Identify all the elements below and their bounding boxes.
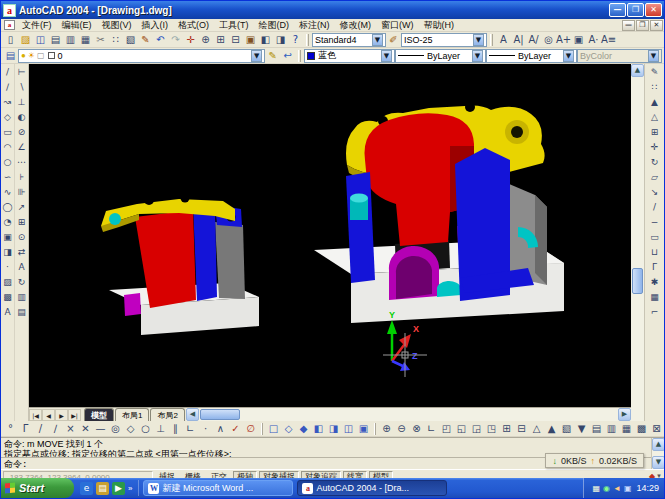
array-icon[interactable]: ⊞ [648, 125, 661, 140]
clock[interactable]: 14:29 [634, 483, 659, 493]
color-combo[interactable]: 蓝色▼ [304, 49, 395, 63]
tool-palettes-icon[interactable]: ▣ [243, 33, 258, 47]
undo-icon[interactable]: ↶ [153, 33, 168, 47]
horizontal-scrollbar[interactable]: ◀ ▶ [186, 408, 631, 421]
desktop-icon[interactable]: ▤ [96, 482, 109, 495]
offset-faces-icon[interactable]: ◱ [454, 422, 469, 436]
doc-close-button[interactable]: ✕ [650, 20, 663, 31]
union-icon[interactable]: ⊕ [379, 422, 394, 436]
polyline-icon[interactable]: ↝ [1, 95, 14, 110]
shell-icon[interactable]: ▦ [619, 422, 634, 436]
pan-icon[interactable]: ✛ [183, 33, 198, 47]
rectangle-icon[interactable]: ▭ [1, 125, 14, 140]
menu-item-10[interactable]: 帮助(H) [419, 19, 460, 32]
extend-icon[interactable]: − [648, 215, 661, 230]
new-file-icon[interactable]: ▯ [3, 33, 18, 47]
hatch-icon[interactable]: ▨ [1, 275, 14, 290]
linear-dimension-icon[interactable]: ⊢ [15, 65, 28, 80]
quick-leader-icon[interactable]: ↗ [15, 200, 28, 215]
taper-faces-icon[interactable]: ⊞ [499, 422, 514, 436]
messenger-tray-icon[interactable]: ◉ [603, 484, 610, 493]
menu-item-2[interactable]: 视图(V) [97, 19, 137, 32]
flat-shaded-edges-icon[interactable]: ◫ [341, 422, 356, 436]
plot-icon[interactable]: ▤ [48, 33, 63, 47]
tab-model[interactable]: 模型 [84, 408, 114, 421]
offset-icon[interactable]: △ [648, 110, 661, 125]
copy-faces-icon[interactable]: ⊟ [514, 422, 529, 436]
snap-perpendicular-icon[interactable]: ⊥ [153, 422, 168, 436]
match-properties-icon[interactable]: ✎ [138, 33, 153, 47]
check-icon[interactable]: ▩ [634, 422, 649, 436]
edit-text-icon[interactable]: A/ [526, 33, 541, 47]
snap-extension-icon[interactable]: — [93, 422, 108, 436]
chevron-more-icon[interactable]: » [128, 484, 132, 493]
ellipse-arc-icon[interactable]: ◔ [1, 215, 14, 230]
polygon-icon[interactable]: ◇ [1, 110, 14, 125]
center-mark-icon[interactable]: ⊙ [15, 230, 28, 245]
intersect-icon[interactable]: ⊗ [409, 422, 424, 436]
extrude-faces-icon[interactable]: ∟ [424, 422, 439, 436]
snap-intersection-icon[interactable]: × [63, 422, 78, 436]
menu-item-7[interactable]: 标注(N) [294, 19, 335, 32]
snap-apparent-intersect-icon[interactable]: ✕ [78, 422, 93, 436]
tab-first-icon[interactable]: |◀ [29, 409, 42, 421]
tab-last-icon[interactable]: ▶| [68, 409, 81, 421]
minimize-button[interactable]: — [609, 3, 626, 17]
osnap-settings-icon[interactable]: ∅ [243, 422, 258, 436]
color-edges-icon[interactable]: ▧ [559, 422, 574, 436]
menu-item-1[interactable]: 编辑(E) [57, 19, 97, 32]
vertical-scrollbar[interactable]: ▲ [631, 64, 644, 407]
menu-item-9[interactable]: 窗口(W) [376, 19, 419, 32]
copy-object-icon[interactable]: ∷ [648, 80, 661, 95]
convert-text-icon[interactable]: A≡ [601, 33, 616, 47]
continue-dimension-icon[interactable]: ⊪ [15, 185, 28, 200]
restore-button[interactable]: ❐ [627, 3, 644, 17]
snap-none-icon[interactable]: ✓ [228, 422, 243, 436]
designcenter-icon[interactable]: ◧ [258, 33, 273, 47]
multiline-text-icon[interactable]: A [496, 33, 511, 47]
explode-icon[interactable]: ✱ [648, 275, 661, 290]
task-word[interactable]: W 新建 Microsoft Word ... [143, 480, 293, 496]
dim-style-icon[interactable]: ✐ [386, 33, 401, 47]
gouraud-shaded-icon[interactable]: ◨ [326, 422, 341, 436]
zoom-realtime-icon[interactable]: ⊕ [198, 33, 213, 47]
dimension-style-icon[interactable]: ▤ [15, 305, 28, 320]
color-faces-icon[interactable]: △ [529, 422, 544, 436]
text-style-icon[interactable]: A+ [556, 33, 571, 47]
snap-node-icon[interactable]: · [198, 422, 213, 436]
hidden-icon[interactable]: ◆ [296, 422, 311, 436]
dimension-text-edit-icon[interactable]: A [15, 260, 28, 275]
line-icon[interactable]: / [1, 65, 14, 80]
media-icon[interactable]: ▶ [112, 482, 125, 495]
flat-shaded-icon[interactable]: ◧ [311, 422, 326, 436]
doc-minimize-button[interactable]: — [622, 20, 635, 31]
snap-insert-icon[interactable]: ∟ [183, 422, 198, 436]
move-icon[interactable]: ✛ [648, 140, 661, 155]
snap-quadrant-icon[interactable]: ◇ [123, 422, 138, 436]
layer-properties-manager-icon[interactable]: ▤ [3, 49, 18, 63]
ellipse-icon[interactable]: ◯ [1, 200, 14, 215]
quick-dimension-icon[interactable]: ⋯ [15, 155, 28, 170]
make-object-layer-current-icon[interactable]: ✎ [265, 49, 280, 63]
snap-center-icon[interactable]: ◎ [108, 422, 123, 436]
tab-prev-icon[interactable]: ◀ [42, 409, 55, 421]
construction-line-icon[interactable]: ∕ [1, 80, 14, 95]
snap-nearest-icon[interactable]: ∧ [213, 422, 228, 436]
browser-icon[interactable]: e [80, 482, 93, 495]
dimension-edit-icon[interactable]: ⇄ [15, 245, 28, 260]
chevron-down-icon[interactable]: ▼ [372, 34, 383, 46]
snap-tangent-icon[interactable]: ○ [138, 422, 153, 436]
snap-endpoint-icon[interactable]: / [33, 422, 48, 436]
menu-item-0[interactable]: 文件(F) [17, 19, 57, 32]
region-icon[interactable]: ▩ [1, 290, 14, 305]
start-button[interactable]: Start [0, 478, 74, 498]
network-tray-icon[interactable]: ▣ [624, 484, 632, 493]
tolerance-icon[interactable]: ⊞ [15, 215, 28, 230]
menu-item-6[interactable]: 绘图(D) [254, 19, 295, 32]
menu-item-8[interactable]: 修改(M) [335, 19, 377, 32]
aligned-dimension-icon[interactable]: ∖ [15, 80, 28, 95]
delete-faces-icon[interactable]: ◲ [469, 422, 484, 436]
help-icon[interactable]: ? [288, 33, 303, 47]
redo-icon[interactable]: ↷ [168, 33, 183, 47]
scroll-right-icon[interactable]: ▶ [618, 408, 631, 421]
